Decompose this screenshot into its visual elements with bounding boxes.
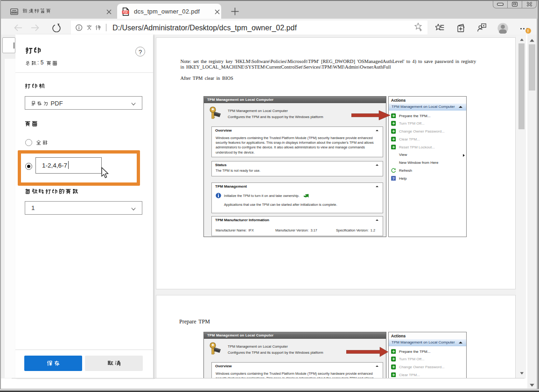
svg-text:PDF: PDF bbox=[123, 11, 128, 14]
svg-text:?: ? bbox=[392, 176, 394, 181]
